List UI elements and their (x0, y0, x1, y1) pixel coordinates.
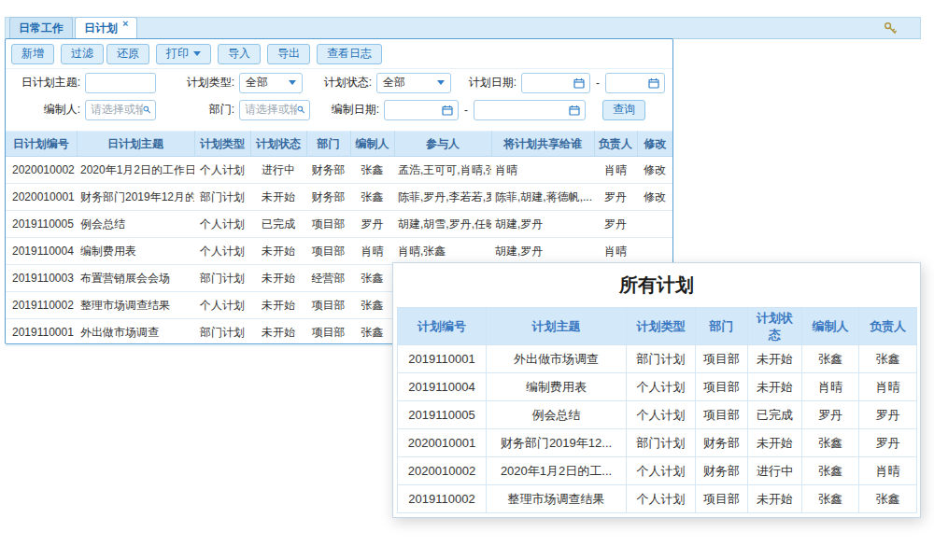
export-button[interactable]: 导出 (267, 44, 310, 64)
table-cell: 项目部 (696, 401, 748, 429)
plan-date-from-input[interactable] (521, 73, 590, 93)
calendar-icon[interactable] (442, 105, 453, 116)
column-header: 部门 (696, 308, 748, 345)
table-row[interactable]: 2019110005例会总结个人计划项目部已完成罗丹罗丹 (398, 401, 917, 429)
plan-date-to-input[interactable] (605, 73, 665, 93)
compiler-input[interactable]: 请选择或输入 (85, 100, 156, 120)
table-link-cell[interactable]: 2019110004 (6, 238, 77, 265)
table-header-row: 日计划编号日计划主题计划类型计划状态部门编制人参与人将计划共享给谁负责人修改 (6, 132, 672, 157)
table-link-cell[interactable]: 肖晴 (594, 157, 637, 184)
print-button[interactable]: 打印 (156, 44, 211, 64)
select-value: 全部 (246, 75, 268, 91)
table-row[interactable]: 2019110004编制费用表个人计划未开始项目部肖晴肖晴,张鑫胡建,罗丹肖晴 (6, 238, 672, 265)
table-cell: 未开始 (748, 345, 802, 373)
table-cell: 张鑫 (350, 265, 394, 292)
search-icon[interactable] (297, 105, 304, 115)
table-row[interactable]: 20200100022020年1月2日的工...个人计划财务部进行中张鑫肖晴 (398, 457, 917, 485)
table-link-cell[interactable]: 布置营销展会会场 (77, 265, 194, 292)
filter-row-1: 日计划主题: 计划类型: 全部 计划状态: 全部 计划日期: - (6, 69, 672, 96)
table-cell: 罗丹 (350, 211, 394, 238)
table-link-cell[interactable]: 例会总结 (77, 211, 194, 238)
calendar-icon[interactable] (573, 77, 585, 89)
table-cell: 外出做市场调查 (487, 345, 627, 373)
table-cell: 部门计划 (194, 319, 250, 346)
table-link-cell[interactable]: 修改 (637, 157, 672, 184)
table-cell: 未开始 (748, 373, 802, 401)
table-cell: 2019110005 (398, 401, 487, 429)
table-cell: 陈菲,罗丹,李若若,罗... (394, 184, 491, 211)
table-cell (637, 238, 672, 265)
table-cell: 张鑫 (859, 485, 917, 513)
table-cell: 个人计划 (194, 292, 250, 319)
table-link-cell[interactable]: 修改 (637, 184, 672, 211)
plan-type-label: 计划类型: (156, 75, 234, 91)
plan-type-select[interactable]: 全部 (239, 73, 303, 93)
table-link-cell[interactable]: 2019110001 (6, 319, 77, 346)
compile-date-to-input[interactable] (474, 100, 586, 120)
chevron-down-icon (289, 80, 296, 85)
import-button[interactable]: 导入 (218, 44, 261, 64)
compile-date-from-input[interactable] (384, 100, 459, 120)
column-header: 计划编号 (398, 308, 487, 345)
view-log-button[interactable]: 查看日志 (317, 44, 382, 64)
tab-daily-plan[interactable]: 日计划× (75, 17, 137, 38)
table-cell: 2019110001 (398, 345, 487, 373)
table-link-cell[interactable]: 2019110003 (6, 265, 77, 292)
dept-label: 部门: (156, 102, 234, 118)
plan-status-select[interactable]: 全部 (376, 73, 451, 93)
table-cell: 肖晴 (859, 457, 917, 485)
table-link-cell[interactable]: 肖晴 (594, 238, 637, 265)
table-row[interactable]: 20200100022020年1月2日的工作日...个人计划进行中财务部张鑫孟浩… (6, 157, 672, 184)
table-link-cell[interactable]: 整理市场调查结果 (77, 292, 194, 319)
filter-button[interactable]: 过滤 (61, 44, 104, 64)
column-header: 负责人 (594, 132, 637, 157)
column-header: 计划状态 (250, 132, 306, 157)
table-cell: 张鑫 (802, 429, 859, 457)
restore-button[interactable]: 还原 (106, 44, 149, 64)
table-row[interactable]: 2019110002整理市场调查结果个人计划项目部未开始张鑫张鑫 (398, 485, 917, 513)
table-cell: 张鑫 (802, 457, 859, 485)
column-header: 部门 (306, 132, 350, 157)
plan-subject-input[interactable] (85, 73, 156, 93)
table-link-cell[interactable]: 2020010002 (6, 157, 77, 184)
date-range-dash: - (464, 104, 468, 117)
table-cell: 编制费用表 (487, 373, 627, 401)
query-button[interactable]: 查询 (602, 100, 645, 120)
table-link-cell[interactable]: 罗丹 (594, 184, 637, 211)
table-row[interactable]: 2020010001财务部门2019年12...部门计划财务部未开始张鑫罗丹 (398, 429, 917, 457)
calendar-icon[interactable] (569, 105, 580, 116)
table-cell: 部门计划 (627, 429, 696, 457)
table-link-cell[interactable]: 2020年1月2日的工作日... (77, 157, 194, 184)
table-cell: 未开始 (748, 429, 802, 457)
key-icon[interactable] (884, 21, 898, 35)
table-cell: 肖晴,张鑫 (394, 238, 491, 265)
table-row[interactable]: 2020010001财务部门2019年12月的...部门计划未开始财务部张鑫陈菲… (6, 184, 672, 211)
table-row[interactable]: 2019110005例会总结个人计划已完成项目部罗丹胡建,胡雪,罗丹,任晓...… (6, 211, 672, 238)
table-cell: 2020010001 (398, 429, 487, 457)
table-link-cell[interactable]: 财务部门2019年12月的... (77, 184, 194, 211)
table-link-cell[interactable]: 2019110002 (6, 292, 77, 319)
dept-input[interactable]: 请选择或输入 (239, 100, 310, 120)
table-link-cell[interactable]: 外出做市场调查 (77, 319, 194, 346)
calendar-icon[interactable] (648, 77, 659, 89)
table-cell: 2020010002 (398, 457, 487, 485)
close-icon[interactable]: × (122, 18, 128, 29)
table-link-cell[interactable]: 罗丹 (594, 211, 637, 238)
column-header: 日计划编号 (6, 132, 77, 157)
table-row[interactable]: 2019110001外出做市场调查部门计划项目部未开始张鑫张鑫 (398, 345, 917, 373)
table-link-cell[interactable]: 2020010001 (6, 184, 77, 211)
table-link-cell[interactable]: 2019110005 (6, 211, 77, 238)
table-cell: 项目部 (306, 211, 350, 238)
plan-status-label: 计划状态: (303, 75, 372, 91)
add-button[interactable]: 新增 (11, 44, 54, 64)
column-header: 计划状态 (748, 308, 802, 345)
table-link-cell[interactable]: 编制费用表 (77, 238, 194, 265)
table-cell: 已完成 (748, 401, 802, 429)
tab-daily-work[interactable]: 日常工作 (9, 17, 73, 38)
compiler-label: 编制人: (13, 102, 80, 118)
table-row[interactable]: 2019110004编制费用表个人计划项目部未开始肖晴肖晴 (398, 373, 917, 401)
table-cell: 部门计划 (194, 265, 250, 292)
table-cell: 部门计划 (627, 345, 696, 373)
search-icon[interactable] (143, 105, 150, 115)
table-cell: 项目部 (306, 319, 350, 346)
